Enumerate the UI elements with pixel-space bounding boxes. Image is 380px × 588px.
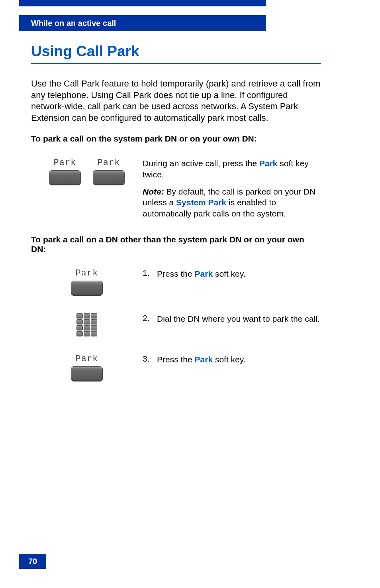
- step1-graphic: Park: [31, 268, 143, 296]
- step-number: 2.: [143, 313, 157, 323]
- text-prefix: Dial the DN where you want to park the c…: [157, 314, 320, 323]
- keypad-key-icon: [84, 313, 90, 319]
- park-term: Park: [259, 159, 278, 168]
- content-area: Using Call Park Use the Call Park featur…: [31, 43, 321, 399]
- softkey-button-icon: [71, 366, 103, 382]
- subheading-2: To park a call on a DN other than the sy…: [31, 235, 321, 254]
- keypad-key-icon: [84, 319, 90, 324]
- note-label: Note:: [143, 187, 164, 196]
- list-step-3: Park 3. Press the Park soft key.: [31, 354, 321, 382]
- keypad-key-icon: [91, 325, 97, 330]
- park-term: Park: [195, 355, 213, 364]
- keypad-key-icon: [76, 325, 83, 330]
- park-softkey-2: Park: [93, 158, 125, 185]
- subheading-1: To park a call on the system park DN or …: [31, 134, 321, 144]
- softkey-button-icon: [49, 170, 81, 185]
- page-number: 70: [28, 557, 37, 566]
- keypad-key-icon: [76, 319, 83, 324]
- softkey-label: Park: [54, 158, 76, 168]
- step1-text: During an active call, press the Park so…: [143, 158, 321, 218]
- keypad-key-icon: [76, 331, 83, 336]
- step-text: Press the Park soft key.: [157, 354, 321, 365]
- top-bar: [19, 0, 266, 6]
- step-text: Press the Park soft key.: [157, 268, 321, 279]
- step2-graphic: [31, 313, 143, 336]
- page-number-box: 70: [19, 554, 46, 569]
- keypad-key-icon: [84, 331, 90, 336]
- steps-list: Park 1. Press the Park soft key.: [31, 268, 321, 382]
- keypad-key-icon: [91, 319, 97, 324]
- list-step-1: Park 1. Press the Park soft key.: [31, 268, 321, 296]
- text-prefix: Press the: [157, 269, 195, 278]
- step-number: 3.: [143, 354, 157, 364]
- text-suffix: soft key.: [213, 269, 245, 278]
- text-suffix: soft key.: [213, 355, 245, 364]
- header-section-text: While on an active call: [31, 19, 116, 28]
- intro-paragraph: Use the Call Park feature to hold tempor…: [31, 78, 321, 124]
- park-softkey-single: Park: [71, 354, 103, 382]
- step3-graphic: Park: [31, 354, 143, 382]
- system-park-term: System Park: [176, 198, 226, 207]
- step-text: Dial the DN where you want to park the c…: [157, 313, 321, 324]
- first-step-row: Park Park During an active call, press t…: [31, 158, 321, 218]
- step-number: 1.: [143, 268, 157, 278]
- softkey-pair-graphic: Park Park: [31, 158, 143, 185]
- park-softkey-single: Park: [71, 268, 103, 296]
- header-band: While on an active call: [19, 15, 266, 31]
- step1-prefix: During an active call, press the: [143, 159, 259, 168]
- keypad-key-icon: [91, 313, 97, 319]
- title-underline: [31, 63, 321, 64]
- softkey-button-icon: [71, 281, 103, 296]
- keypad-icon: [76, 313, 97, 336]
- keypad-key-icon: [76, 313, 83, 319]
- softkey-button-icon: [93, 170, 125, 185]
- keypad-key-icon: [84, 325, 90, 330]
- text-prefix: Press the: [157, 355, 195, 364]
- softkey-label: Park: [98, 158, 120, 168]
- list-step-2: 2. Dial the DN where you want to park th…: [31, 313, 321, 336]
- park-softkey-1: Park: [49, 158, 81, 185]
- softkey-label: Park: [76, 268, 98, 278]
- park-term: Park: [195, 269, 213, 278]
- softkey-label: Park: [76, 354, 98, 364]
- keypad-key-icon: [91, 331, 97, 336]
- page-title: Using Call Park: [31, 43, 321, 60]
